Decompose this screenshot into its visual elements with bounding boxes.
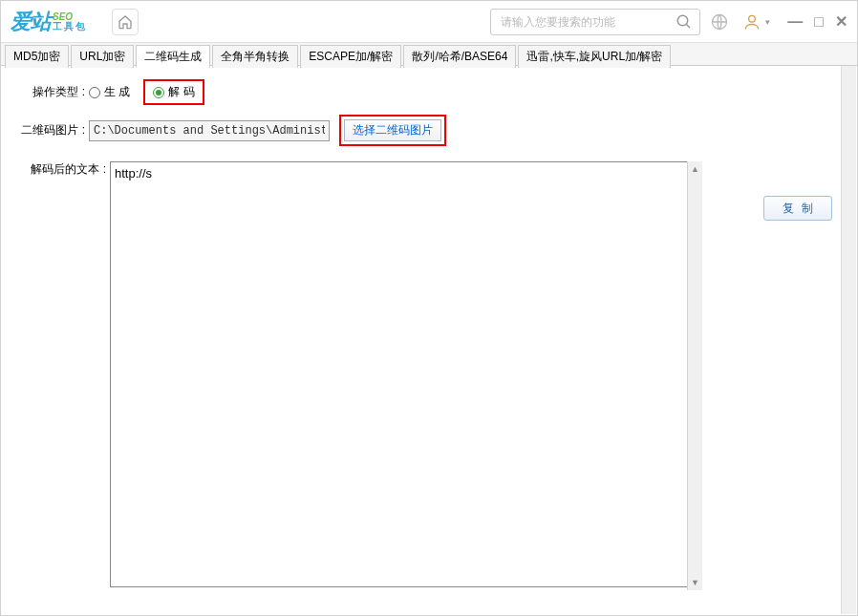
tab-md5[interactable]: MD5加密 — [5, 45, 69, 68]
close-button[interactable]: ✕ — [835, 12, 847, 31]
svg-point-0 — [678, 15, 689, 26]
svg-point-3 — [749, 15, 756, 22]
decoded-label: 解码后的文本 : — [11, 161, 106, 178]
textarea-scrollbar[interactable]: ▲ ▼ — [687, 161, 702, 590]
imgpath-input[interactable] — [89, 120, 330, 141]
maximize-button[interactable]: □ — [814, 13, 824, 31]
imgpath-label: 二维码图片 : — [11, 122, 85, 138]
app-logo: 爱站 SEO 工具包 — [11, 8, 87, 36]
optype-radio-group: 生 成 解 码 — [89, 79, 204, 105]
radio-generate-label: 生 成 — [104, 84, 130, 100]
logo-main: 爱站 — [11, 8, 51, 36]
row-imgpath: 二维码图片 : 选择二维码图片 — [11, 115, 847, 146]
tab-hash[interactable]: 散列/哈希/BASE64 — [403, 45, 516, 68]
row-output: 解码后的文本 : ▲ ▼ — [11, 161, 847, 590]
tab-url[interactable]: URL加密 — [71, 45, 134, 68]
radio-icon — [89, 87, 100, 98]
search-input[interactable] — [490, 9, 700, 35]
copy-button[interactable]: 复制 — [763, 196, 832, 221]
globe-icon[interactable] — [710, 12, 729, 32]
search-wrap — [490, 9, 700, 35]
highlight-decode: 解 码 — [143, 79, 204, 105]
select-image-button[interactable]: 选择二维码图片 — [344, 119, 441, 141]
content-area: 操作类型 : 生 成 解 码 二维码图片 : 选择二维码图片 解码后的文本 : — [1, 66, 857, 600]
titlebar: 爱站 SEO 工具包 ▾ — □ ✕ — [1, 1, 857, 43]
tab-fullhalf[interactable]: 全角半角转换 — [212, 45, 298, 68]
svg-line-1 — [687, 24, 691, 28]
home-button[interactable] — [112, 9, 139, 35]
logo-box: 工具包 — [53, 21, 87, 32]
row-optype: 操作类型 : 生 成 解 码 — [11, 79, 847, 105]
radio-generate[interactable]: 生 成 — [89, 84, 130, 100]
window-scrollbar[interactable] — [841, 66, 856, 614]
radio-decode-label: 解 码 — [168, 84, 194, 100]
title-icons: ▾ — [710, 12, 770, 32]
search-icon[interactable] — [676, 13, 693, 31]
decoded-textarea[interactable] — [110, 161, 702, 587]
minimize-button[interactable]: — — [787, 13, 803, 31]
tab-bar: MD5加密 URL加密 二维码生成 全角半角转换 ESCAPE加/解密 散列/哈… — [1, 43, 857, 66]
tab-escape[interactable]: ESCAPE加/解密 — [300, 45, 401, 68]
radio-decode[interactable]: 解 码 — [153, 84, 194, 100]
optype-label: 操作类型 : — [11, 84, 85, 100]
scroll-up-icon[interactable]: ▲ — [688, 161, 702, 177]
tab-qrcode[interactable]: 二维码生成 — [136, 45, 210, 68]
user-icon[interactable] — [742, 12, 761, 32]
scroll-down-icon[interactable]: ▼ — [688, 575, 702, 590]
tab-thunder[interactable]: 迅雷,快车,旋风URL加/解密 — [518, 45, 671, 68]
radio-icon — [153, 87, 164, 98]
window-controls: — □ ✕ — [787, 12, 847, 31]
user-dropdown-icon[interactable]: ▾ — [765, 17, 770, 27]
home-icon — [118, 14, 133, 30]
highlight-select-btn: 选择二维码图片 — [339, 115, 446, 146]
